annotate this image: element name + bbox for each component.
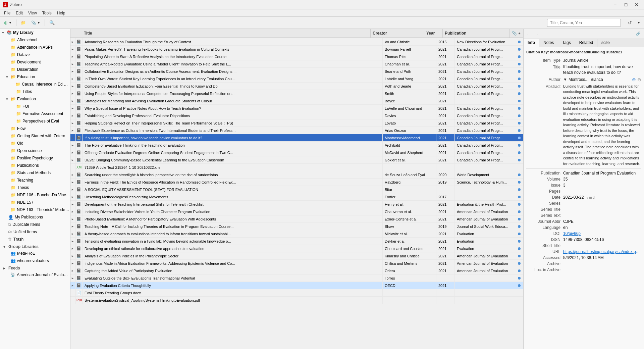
series-value[interactable] <box>563 201 641 206</box>
language-value[interactable]: en <box>563 225 641 230</box>
volume-value[interactable]: 35 <box>563 177 641 182</box>
sidebar-item-nde106[interactable]: 📁 NDE 106 - Bunche-Da Vinci ... <box>0 191 70 199</box>
sidebar-item-attendance[interactable]: 📁 Attendance in ASPs <box>0 44 70 51</box>
maximize-button[interactable]: □ <box>621 0 631 9</box>
journal-abbr-value[interactable]: CJPE <box>563 219 641 224</box>
row-expand-arrow[interactable]: ► <box>71 232 74 236</box>
table-row[interactable]: ► 📓 Why a Special Issue of Practice Note… <box>70 105 523 112</box>
abstract-value[interactable]: Building trust with stakeholders is esse… <box>563 84 641 167</box>
archive-value[interactable] <box>563 261 641 266</box>
table-row[interactable]: ► 📓 Advancing Research on Evaluation Thr… <box>70 38 523 46</box>
locate-btn[interactable]: 🔗 <box>634 31 643 37</box>
sidebar-item-my-publications[interactable]: 👤 My Publications <box>0 213 70 221</box>
sidebar-item-titles[interactable]: 📁 Titles <box>0 88 70 95</box>
row-expand-arrow[interactable]: ► <box>71 85 74 88</box>
table-row[interactable]: ► 📓 Including Diverse Stakeholder Voices… <box>70 208 523 215</box>
sidebar-item-publications[interactable]: 📁 Publications <box>0 162 70 169</box>
table-row[interactable]: ► 📓 Pinpointing Where to Start: A Reflec… <box>70 53 523 60</box>
th-creator[interactable]: Creator <box>371 29 424 38</box>
table-row[interactable]: ► 📓 Indigenous Made in Africa Evaluation… <box>70 260 523 267</box>
close-button[interactable]: ✕ <box>632 0 641 9</box>
sidebar-item-development[interactable]: 📁 Development <box>0 58 70 66</box>
sidebar-item-aje-feed[interactable]: 📡 American Journal of Evaluation <box>0 271 70 279</box>
table-row[interactable]: ► 📓 Using People Styles for Interpersona… <box>70 90 523 97</box>
menu-file[interactable]: File <box>1 10 13 16</box>
row-expand-arrow[interactable]: ► <box>71 225 74 228</box>
row-expand-arrow[interactable]: ► <box>71 240 74 243</box>
issn-value[interactable]: 1496-7308, 0834-1516 <box>563 237 641 242</box>
sidebar-item-nde163[interactable]: 📁 NDE 163 - Theorists' Models ... <box>0 206 70 213</box>
row-expand-arrow[interactable]: ► <box>71 254 74 258</box>
row-expand-arrow[interactable]: ► <box>71 195 74 199</box>
title-value[interactable]: If building trust is important, how do w… <box>563 64 641 76</box>
table-row[interactable]: ► 📓 Helping Students Reflect on Their In… <box>70 119 523 127</box>
menu-help[interactable]: Help <box>54 10 68 16</box>
url-value[interactable]: https://journalhosting.ucalgary.ca/index… <box>563 249 641 254</box>
sidebar-item-formative[interactable]: 📁 Formative Assessment <box>0 110 70 117</box>
table-row[interactable]: ► 📓 Fieldwork Experience as Cultural Imm… <box>70 127 523 134</box>
sidebar-item-dissertation[interactable]: 📁 Dissertation <box>0 66 70 73</box>
add-attachment-button[interactable]: 📎 ▼ <box>29 18 43 28</box>
sidebar-item-unfiled[interactable]: 🗂 Unfiled Items <box>0 228 70 236</box>
row-expand-arrow[interactable]: ► <box>71 181 74 184</box>
row-expand-arrow[interactable]: ► <box>71 247 74 250</box>
sidebar-item-foi[interactable]: 📁 FOI <box>0 103 70 110</box>
table-row[interactable]: ► 📓 Teaching Africa-Rooted Evaluation: U… <box>70 60 523 68</box>
table-row[interactable]: ► 📓 A SOCIAL EQUITY ASSESSMENT TOOL (SEA… <box>70 186 523 193</box>
table-row[interactable]: ► 📓 Evaluating Outside the Box- Evaluati… <box>70 275 523 282</box>
table-row[interactable]: ► 📓 In Their Own Words: Student Key Lear… <box>70 75 523 83</box>
table-row[interactable]: ► 📓 Development of the Teaching Interper… <box>70 201 523 208</box>
th-year[interactable]: Year <box>424 29 443 38</box>
date-text[interactable]: 2021-03-22 <box>563 195 584 200</box>
table-row[interactable]: ► 📓 Analysis of Evaluation Policies in t… <box>70 252 523 260</box>
row-expand-arrow[interactable]: ► <box>71 92 74 95</box>
sidebar-item-evaluation[interactable]: ▼ 📂 Evaluation <box>0 95 70 103</box>
row-expand-arrow[interactable]: ► <box>71 151 74 154</box>
th-title[interactable]: Title <box>82 29 371 38</box>
row-expand-arrow[interactable]: ► <box>71 48 74 51</box>
doi-value[interactable]: 10/gjv66p <box>563 231 641 236</box>
issue-value[interactable]: 3 <box>563 183 641 188</box>
table-row[interactable]: ► 📓 A theory-based approach to evaluatio… <box>70 230 523 238</box>
table-row[interactable]: ► 📓 UEval: Bringing Community-Based Expe… <box>70 156 523 164</box>
table-row[interactable]: ► 📓 Collaborative Evaluation Designs as … <box>70 68 523 75</box>
row-expand-arrow[interactable]: ► <box>71 173 74 177</box>
loc-archive-value[interactable] <box>563 267 641 272</box>
table-row[interactable]: ► 📓 Fairness in the Field: The Ethics of… <box>70 179 523 186</box>
row-expand-arrow[interactable]: ► <box>71 129 74 132</box>
sidebar-item-whoareevaluators[interactable]: 👥 whoareevaluators <box>0 257 70 264</box>
table-row[interactable]: ► 📓 Unsettling Methodologies/Decolonizin… <box>70 193 523 201</box>
sidebar-item-teaching[interactable]: 📁 Teaching <box>0 177 70 184</box>
table-row[interactable]: ► 📓 Strategies for Mentoring and Advisin… <box>70 97 523 105</box>
new-collection-button[interactable]: 📁 <box>18 18 28 28</box>
row-expand-arrow[interactable]: ► <box>71 62 74 66</box>
author-remove-icon[interactable]: ⊖ <box>637 77 641 82</box>
minimize-button[interactable]: − <box>610 0 620 9</box>
table-row[interactable]: ► 📓 Applying Evaluation Criteria Thought… <box>70 282 523 289</box>
publication-value[interactable]: Canadian Journal of Program Evaluation <box>563 171 641 176</box>
menu-tools[interactable]: Tools <box>40 10 54 16</box>
sidebar-item-thesis[interactable]: 📁 Thesis <box>0 184 70 191</box>
row-expand-arrow[interactable]: ► <box>71 55 74 58</box>
row-expand-arrow[interactable]: ► <box>71 203 74 206</box>
author-expand-icon[interactable]: ▼ <box>563 77 567 82</box>
sidebar-item-causal[interactable]: 📁 Causal Inference in Ed Polic... <box>0 81 70 88</box>
tab-scite[interactable]: scite <box>597 39 614 47</box>
sidebar-item-stats[interactable]: 📁 Stats and Methods <box>0 169 70 177</box>
sidebar-item-duplicate-items[interactable]: ⧉ Duplicate Items <box>0 221 70 228</box>
sidebar-item-flow[interactable]: 📁 Flow <box>0 125 70 132</box>
sidebar-item-gettingstarted[interactable]: 📁 Getting Started with Zotero <box>0 132 70 140</box>
sidebar-item-pospsych[interactable]: 📁 Positive Psychology <box>0 154 70 162</box>
row-expand-arrow[interactable]: ► <box>71 40 74 44</box>
row-expand-arrow[interactable]: ► <box>71 136 74 140</box>
tab-related[interactable]: Related <box>575 39 597 47</box>
table-row[interactable]: ► 📓 Teaching Note—A Call for Including T… <box>70 223 523 230</box>
sidebar-item-perspectives[interactable]: 📁 Perspectives of Eval <box>0 117 70 125</box>
table-row[interactable]: ► 📓 Competency-Based Evaluation Educatio… <box>70 83 523 90</box>
tab-tags[interactable]: Tags <box>558 39 575 47</box>
row-expand-arrow[interactable]: ► <box>71 217 74 221</box>
row-expand-arrow[interactable]: ► <box>71 121 74 125</box>
row-expand-arrow[interactable]: ► <box>71 77 74 81</box>
pages-value[interactable] <box>563 189 641 194</box>
sidebar-item-openscience[interactable]: 📁 Open science <box>0 147 70 154</box>
